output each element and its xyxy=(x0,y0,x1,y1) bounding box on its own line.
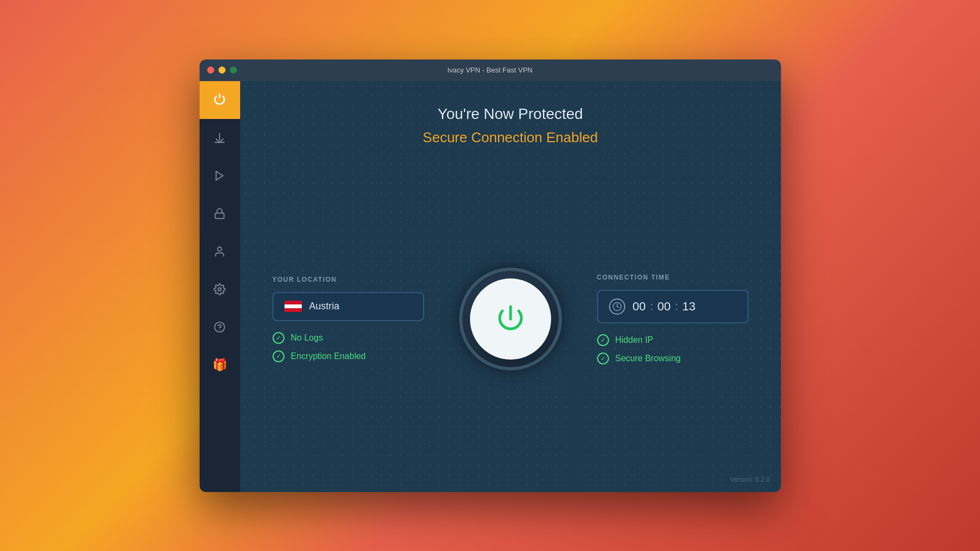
austria-flag xyxy=(284,301,302,313)
gear-icon xyxy=(214,283,226,295)
lock-icon xyxy=(214,208,226,220)
title-bar: Ivacy VPN - Best Fast VPN xyxy=(200,59,781,81)
sidebar-item-play[interactable] xyxy=(200,157,240,195)
minimize-button[interactable] xyxy=(218,67,226,74)
timer-minutes: 00 xyxy=(658,300,671,314)
sidebar: 🎁 xyxy=(200,81,240,492)
location-label: YOUR LOCATION xyxy=(273,276,424,283)
sidebar-item-lock[interactable] xyxy=(200,195,240,233)
download-icon xyxy=(214,132,226,144)
sidebar-item-power[interactable] xyxy=(200,81,240,119)
svg-point-4 xyxy=(218,288,221,291)
svg-point-3 xyxy=(217,247,221,250)
sidebar-item-user[interactable] xyxy=(200,233,240,270)
location-features: ✓ No Logs ✓ Encryption Enabled xyxy=(273,332,424,362)
version-text: Version: 6.2.0 xyxy=(730,476,770,483)
sidebar-item-help[interactable] xyxy=(200,308,240,346)
secure-browsing-label: Secure Browsing xyxy=(615,354,681,363)
traffic-lights xyxy=(207,67,237,74)
sidebar-item-settings[interactable] xyxy=(200,270,240,308)
encryption-label: Encryption Enabled xyxy=(291,351,366,361)
app-window: Ivacy VPN - Best Fast VPN xyxy=(200,59,781,492)
connection-features: ✓ Hidden IP ✓ Secure Browsing xyxy=(597,334,749,364)
maximize-button[interactable] xyxy=(230,67,237,74)
location-panel: YOUR LOCATION Austria ✓ No Log xyxy=(273,276,424,362)
encryption-feature: ✓ Encryption Enabled xyxy=(273,350,424,362)
secure-connection-text: Secure Connection Enabled xyxy=(240,129,781,146)
close-button[interactable] xyxy=(207,67,214,74)
window-title: Ivacy VPN - Best Fast VPN xyxy=(447,66,533,74)
timer-sep-1: : xyxy=(650,300,653,313)
gift-icon: 🎁 xyxy=(213,358,227,372)
power-ring[interactable] xyxy=(459,268,562,370)
protected-text: You're Now Protected xyxy=(240,105,781,123)
connection-label: CONNECTION TIME xyxy=(597,274,749,281)
timer-sep-2: : xyxy=(675,300,678,313)
info-section: YOUR LOCATION Austria ✓ No Log xyxy=(240,146,781,492)
play-icon xyxy=(214,170,226,182)
no-logs-check-icon: ✓ xyxy=(273,332,284,344)
power-button-container xyxy=(459,268,562,370)
no-logs-label: No Logs xyxy=(291,333,323,343)
secure-browsing-check-icon: ✓ xyxy=(597,353,609,364)
country-name: Austria xyxy=(309,301,340,312)
clock-icon xyxy=(609,298,625,315)
secure-browsing-feature: ✓ Secure Browsing xyxy=(597,353,749,364)
timer-display: 00 : 00 : 13 xyxy=(633,300,696,314)
power-svg-icon xyxy=(492,300,529,338)
user-icon xyxy=(214,245,226,257)
location-box[interactable]: Austria xyxy=(273,292,424,321)
svg-rect-2 xyxy=(215,213,224,218)
sidebar-item-download[interactable] xyxy=(200,119,240,157)
no-logs-feature: ✓ No Logs xyxy=(273,332,424,344)
timer-hours: 00 xyxy=(633,300,646,314)
power-icon xyxy=(213,93,227,107)
power-inner xyxy=(470,278,551,360)
header-section: You're Now Protected Secure Connection E… xyxy=(240,81,781,146)
help-icon xyxy=(214,321,226,333)
encryption-check-icon: ✓ xyxy=(273,350,284,362)
app-body: 🎁 You're Now Protected Secure Connection… xyxy=(200,81,781,492)
hidden-ip-check-icon: ✓ xyxy=(597,334,609,346)
sidebar-item-gift[interactable]: 🎁 xyxy=(200,346,240,384)
main-content: You're Now Protected Secure Connection E… xyxy=(240,81,781,492)
connection-panel: CONNECTION TIME 00 : 00 : xyxy=(597,274,749,364)
hidden-ip-label: Hidden IP xyxy=(615,335,653,345)
timer-box: 00 : 00 : 13 xyxy=(597,290,749,323)
hidden-ip-feature: ✓ Hidden IP xyxy=(597,334,749,346)
timer-seconds: 13 xyxy=(683,300,696,314)
svg-marker-1 xyxy=(216,171,223,180)
